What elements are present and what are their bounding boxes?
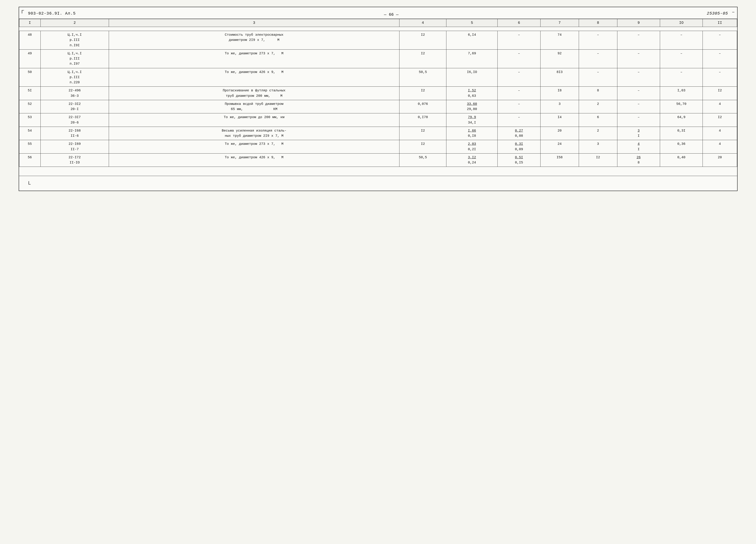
row-num-50: 50 (19, 68, 40, 87)
col11-50: – (703, 68, 737, 87)
header-col1: I (19, 19, 40, 27)
table-row: 49 Ц.I,ч.Iр.IIIп.I97 То же, диаметром 27… (19, 49, 737, 68)
col4-49: I2 (399, 49, 446, 68)
desc-49: То же, диаметром 273 х 7, М (109, 49, 399, 68)
col8-50: – (579, 68, 617, 87)
header-col5: 5 (446, 19, 498, 27)
col11-49: – (703, 49, 737, 68)
col5-50: I6,IO (446, 68, 498, 87)
col8-56: I2 (579, 153, 617, 167)
col10-51: I,03 (660, 87, 703, 100)
doc-ref: 903-02-36.9I. Ал.5 (28, 11, 76, 16)
corner-tl: Г (21, 9, 24, 15)
col10-50: – (660, 68, 703, 87)
desc-56: То же, диаметром 426 х 9, М (109, 153, 399, 167)
row-num-55: 55 (19, 140, 40, 154)
desc-52: Промывка вcдой труб диаметром65 мм, КМ (109, 100, 399, 113)
col6-52: – (498, 100, 540, 113)
col6-54: 0,270,08 (498, 127, 540, 140)
col6-55: 0,3I0,09 (498, 140, 540, 154)
desc-48: Стоимость труб электросварныхдиаметром 2… (109, 31, 399, 50)
row-num-51: 5I (19, 87, 40, 100)
header-col9: 9 (617, 19, 660, 27)
col8-48: – (579, 31, 617, 50)
col6-50: – (498, 68, 540, 87)
bottom-bar: L (19, 176, 737, 191)
col8-54: 2 (579, 127, 617, 140)
col11-54: 4 (703, 127, 737, 140)
code-55: 22-I69II-7 (40, 140, 109, 154)
header-col8: 8 (579, 19, 617, 27)
col5-52: 33,6029,80 (446, 100, 498, 113)
col9-49: – (617, 49, 660, 68)
code-52: 22-3I220-I (40, 100, 109, 113)
header-col6: 6 (498, 19, 540, 27)
col4-51: I2 (399, 87, 446, 100)
spacer-row-bottom (19, 167, 737, 176)
page: Г – 903-02-36.9I. Ал.5 — 66 — 25305-05 I… (19, 7, 738, 191)
col5-49: 7,69 (446, 49, 498, 68)
col11-53: I2 (703, 113, 737, 127)
col5-51: I,520,63 (446, 87, 498, 100)
col10-56: 0,40 (660, 153, 703, 167)
corner-bl: L (28, 181, 31, 186)
col4-56: 50,5 (399, 153, 446, 167)
table-row: 54 22-I68II-6 Весьма усиленная изоляция … (19, 127, 737, 140)
col11-56: 20 (703, 153, 737, 167)
col11-48: – (703, 31, 737, 50)
col6-51: – (498, 87, 540, 100)
table-row: 52 22-3I220-I Промывка вcдой труб диамет… (19, 100, 737, 113)
col5-53: 79,934,I (446, 113, 498, 127)
col10-52: 56,70 (660, 100, 703, 113)
corner-tr: – (732, 9, 735, 15)
col7-49: 92 (540, 49, 579, 68)
col5-56: 3,I20,24 (446, 153, 498, 167)
row-num-49: 49 (19, 49, 40, 68)
col6-48: – (498, 31, 540, 50)
main-table: I 2 3 4 5 6 7 8 9 IO II 48 Ц.I,ч.Iр.IIIп… (19, 19, 737, 176)
col6-56: 0,5I0,I5 (498, 153, 540, 167)
col7-51: I8 (540, 87, 579, 100)
desc-54: Весьма усиленная изоляция сталь-ных труб… (109, 127, 399, 140)
col10-55: 0,36 (660, 140, 703, 154)
table-row: 53 22-3I720-6 То же, диаметром до 200 мм… (19, 113, 737, 127)
code-56: 22-I72II-IO (40, 153, 109, 167)
col7-56: I58 (540, 153, 579, 167)
table-header-row: I 2 3 4 5 6 7 8 9 IO II (19, 19, 737, 27)
desc-51: Протаскивание в футляр стальныхтруб диам… (109, 87, 399, 100)
col8-55: 3 (579, 140, 617, 154)
col10-48: – (660, 31, 703, 50)
col7-55: 24 (540, 140, 579, 154)
col4-52: 0,076 (399, 100, 446, 113)
col10-54: 0,3I (660, 127, 703, 140)
col8-53: 6 (579, 113, 617, 127)
col8-52: 2 (579, 100, 617, 113)
header-col3: 3 (109, 19, 399, 27)
header-col10: IO (660, 19, 703, 27)
row-num-48: 48 (19, 31, 40, 50)
col11-51: I2 (703, 87, 737, 100)
top-bar: 903-02-36.9I. Ал.5 — 66 — 25305-05 (19, 7, 737, 19)
col5-48: 6,I4 (446, 31, 498, 50)
col9-50: – (617, 68, 660, 87)
header-col11: II (703, 19, 737, 27)
col5-54: I,660,I8 (446, 127, 498, 140)
col9-55: 4I (617, 140, 660, 154)
col9-51: – (617, 87, 660, 100)
col4-55: I2 (399, 140, 446, 154)
desc-53: То же, диаметром до 200 мм, км (109, 113, 399, 127)
row-num-54: 54 (19, 127, 40, 140)
col9-54: 3I (617, 127, 660, 140)
desc-55: То же, диаметром 273 х 7, М (109, 140, 399, 154)
col10-53: 64,9 (660, 113, 703, 127)
code-49: Ц.I,ч.Iр.IIIп.I97 (40, 49, 109, 68)
col7-54: 20 (540, 127, 579, 140)
row-num-53: 53 (19, 113, 40, 127)
code-48: Ц.I,ч.Iр.IIIп.I9I (40, 31, 109, 50)
spacer-row (19, 27, 737, 31)
col7-48: 74 (540, 31, 579, 50)
code-53: 22-3I720-6 (40, 113, 109, 127)
code-51: 22-49636-3 (40, 87, 109, 100)
col7-53: I4 (540, 113, 579, 127)
col8-49: – (579, 49, 617, 68)
